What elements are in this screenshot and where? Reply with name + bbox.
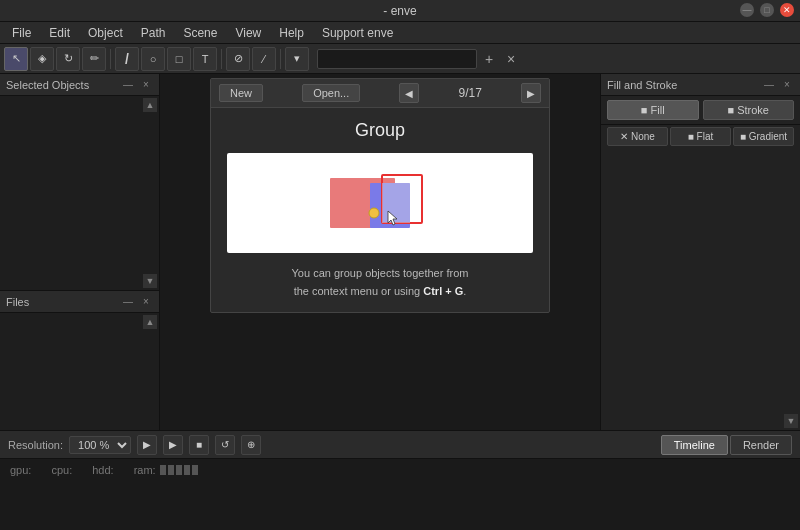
timeline-bar: Resolution: 100 % 75 % 50 % ▶ ▶ ■ ↺ ⊕ Ti… xyxy=(0,430,800,458)
tutorial-open-button[interactable]: Open... xyxy=(302,84,360,102)
close-tab-button[interactable]: × xyxy=(501,49,521,69)
timeline-tabs: Timeline Render xyxy=(661,435,792,455)
selected-objects-title: Selected Objects xyxy=(6,79,89,91)
menu-item-file[interactable]: File xyxy=(4,24,39,42)
scroll-up-arrow[interactable]: ▲ xyxy=(143,98,157,112)
menu-item-support-enve[interactable]: Support enve xyxy=(314,24,401,42)
text-tool-button[interactable]: T xyxy=(193,47,217,71)
fill-stroke-tabs: ■ Fill ■ Stroke xyxy=(601,96,800,125)
ram-bar-1 xyxy=(160,465,166,475)
files-close[interactable]: × xyxy=(139,295,153,309)
ram-bars xyxy=(160,465,198,475)
url-input[interactable] xyxy=(317,49,477,69)
stroke-tab[interactable]: ■ Stroke xyxy=(703,100,795,120)
menu-bar: FileEditObjectPathSceneViewHelpSupport e… xyxy=(0,22,800,44)
files-header: Files — × xyxy=(0,291,159,313)
files-scroll-up[interactable]: ▲ xyxy=(143,315,157,329)
ram-bar-5 xyxy=(192,465,198,475)
menu-item-scene[interactable]: Scene xyxy=(175,24,225,42)
tutorial-next-button[interactable]: ▶ xyxy=(521,83,541,103)
prohibit-tool-button[interactable]: ⊘ xyxy=(226,47,250,71)
right-scroll-down[interactable]: ▼ xyxy=(784,414,798,428)
fill-stroke-close[interactable]: × xyxy=(780,78,794,92)
ram-bar-4 xyxy=(184,465,190,475)
fill-stroke-panel: Fill and Stroke — × ■ Fill ■ Stroke ✕ No… xyxy=(600,74,800,430)
rect-tool-button[interactable]: □ xyxy=(167,47,191,71)
right-panel-content: ▼ xyxy=(601,148,800,430)
files-controls: — × xyxy=(121,295,153,309)
center-area: New Open... ◀ 9/17 ▶ Group xyxy=(160,74,600,430)
ram-label: ram: xyxy=(134,464,156,476)
pen-tool-button[interactable]: / xyxy=(115,47,139,71)
files-panel: Files — × ▲ xyxy=(0,290,159,430)
tutorial-new-button[interactable]: New xyxy=(219,84,263,102)
fill-tab[interactable]: ■ Fill xyxy=(607,100,699,120)
timeline-tab-button[interactable]: Timeline xyxy=(661,435,728,455)
tutorial-page: 9/17 xyxy=(458,86,481,100)
cpu-status: cpu: xyxy=(51,464,72,476)
files-minimize[interactable]: — xyxy=(121,295,135,309)
ram-bar-3 xyxy=(176,465,182,475)
hdd-status: hdd: xyxy=(92,464,113,476)
play-button[interactable]: ▶ xyxy=(137,435,157,455)
gpu-status: gpu: xyxy=(10,464,31,476)
dropdown-button[interactable]: ▾ xyxy=(285,47,309,71)
circle-tool-button[interactable]: ○ xyxy=(141,47,165,71)
status-bar: gpu: cpu: hdd: ram: xyxy=(0,458,800,480)
render-tab-button[interactable]: Render xyxy=(730,435,792,455)
scroll-down-arrow[interactable]: ▼ xyxy=(143,274,157,288)
menu-item-path[interactable]: Path xyxy=(133,24,174,42)
ram-bar-2 xyxy=(168,465,174,475)
main-layout: Selected Objects — × ▲ ▼ Files — × ▲ xyxy=(0,74,800,430)
selected-objects-minimize[interactable]: — xyxy=(121,78,135,92)
toolbar-separator-2 xyxy=(221,49,222,69)
extra-button[interactable]: ⊕ xyxy=(241,435,261,455)
play-next-button[interactable]: ▶ xyxy=(163,435,183,455)
cpu-label: cpu: xyxy=(51,464,72,476)
close-button[interactable]: ✕ xyxy=(780,3,794,17)
resolution-select[interactable]: 100 % 75 % 50 % xyxy=(69,436,131,454)
menu-item-view[interactable]: View xyxy=(227,24,269,42)
selected-objects-content: ▲ ▼ xyxy=(0,96,159,290)
rotate-tool-button[interactable]: ↻ xyxy=(56,47,80,71)
toolbar: ↖ ◈ ↻ ✏ / ○ □ T ⊘ ∕ ▾ + × xyxy=(0,44,800,74)
fill-stroke-controls: — × xyxy=(762,78,794,92)
node-tool-button[interactable]: ◈ xyxy=(30,47,54,71)
files-title: Files xyxy=(6,296,29,308)
svg-rect-4 xyxy=(382,183,410,223)
none-type-button[interactable]: ✕ None xyxy=(607,127,668,146)
loop-button[interactable]: ↺ xyxy=(215,435,235,455)
svg-point-5 xyxy=(369,208,379,218)
menu-item-object[interactable]: Object xyxy=(80,24,131,42)
flat-type-button[interactable]: ■ Flat xyxy=(670,127,731,146)
tutorial-prev-button[interactable]: ◀ xyxy=(399,83,419,103)
fill-types: ✕ None ■ Flat ■ Gradient xyxy=(601,125,800,148)
hdd-label: hdd: xyxy=(92,464,113,476)
menu-item-edit[interactable]: Edit xyxy=(41,24,78,42)
stop-button[interactable]: ■ xyxy=(189,435,209,455)
select-tool-button[interactable]: ↖ xyxy=(4,47,28,71)
files-content: ▲ xyxy=(0,313,159,430)
brush-tool-button[interactable]: ∕ xyxy=(252,47,276,71)
tutorial-card-body: Group xyxy=(211,108,549,312)
paint-tool-button[interactable]: ✏ xyxy=(82,47,106,71)
add-tab-button[interactable]: + xyxy=(479,49,499,69)
tutorial-card-header: New Open... ◀ 9/17 ▶ xyxy=(211,79,549,108)
tutorial-card: New Open... ◀ 9/17 ▶ Group xyxy=(210,78,550,313)
tutorial-title: Group xyxy=(227,120,533,141)
tutorial-area: New Open... ◀ 9/17 ▶ Group xyxy=(160,74,600,430)
tutorial-svg xyxy=(310,163,450,243)
toolbar-separator-3 xyxy=(280,49,281,69)
selected-objects-close[interactable]: × xyxy=(139,78,153,92)
fill-stroke-minimize[interactable]: — xyxy=(762,78,776,92)
gradient-type-button[interactable]: ■ Gradient xyxy=(733,127,794,146)
minimize-button[interactable]: — xyxy=(740,3,754,17)
gpu-label: gpu: xyxy=(10,464,31,476)
fill-stroke-title: Fill and Stroke xyxy=(607,79,677,91)
maximize-button[interactable]: □ xyxy=(760,3,774,17)
toolbar-separator-1 xyxy=(110,49,111,69)
selected-objects-controls: — × xyxy=(121,78,153,92)
menu-item-help[interactable]: Help xyxy=(271,24,312,42)
ram-status: ram: xyxy=(134,464,198,476)
resolution-label: Resolution: xyxy=(8,439,63,451)
